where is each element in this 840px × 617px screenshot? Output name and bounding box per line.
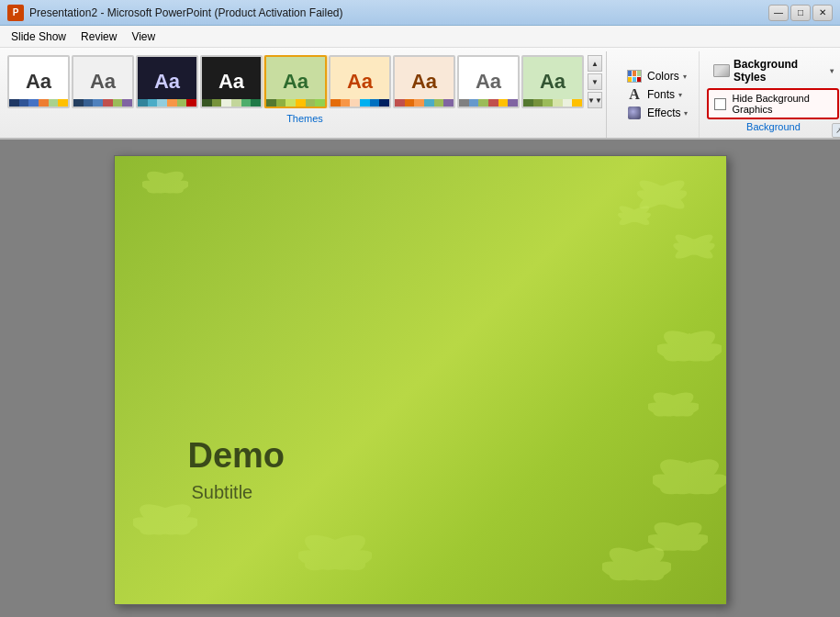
background-styles-label: Background Styles [734, 58, 826, 84]
butterfly-6 [653, 450, 726, 509]
theme-thumb-2[interactable]: Aa [72, 55, 134, 108]
colors-icon [625, 69, 644, 84]
main-content: Demo Subtitle [0, 140, 840, 617]
theme-thumb-8[interactable]: Aa [457, 55, 520, 108]
menu-bar: Slide Show Review View [0, 26, 840, 48]
theme-label-1: Aa [26, 70, 51, 94]
theme-thumb-6[interactable]: Aa [329, 55, 391, 108]
themes-gallery: Aa Aa [7, 51, 602, 110]
maximize-button[interactable]: □ [790, 5, 811, 21]
fonts-label: Fonts [647, 88, 675, 101]
theme-label-5: Aa [283, 70, 308, 94]
svg-rect-9 [693, 239, 695, 254]
svg-rect-18 [688, 333, 689, 357]
minimize-button[interactable]: — [768, 5, 789, 21]
svg-rect-27 [688, 462, 690, 488]
theme-label-6: Aa [347, 70, 373, 94]
effects-label: Effects [647, 107, 680, 119]
slide-title: Demo [188, 436, 286, 476]
colors-button[interactable]: Colors ▾ [622, 67, 691, 85]
background-expand-button[interactable]: ↗ [832, 123, 840, 138]
right-ribbon: Colors ▾ A Fonts ▾ Effects ▾ [606, 51, 840, 138]
theme-label-2: Aa [90, 70, 116, 94]
theme-label-4: Aa [218, 70, 244, 94]
effects-chevron-icon: ▾ [684, 109, 688, 118]
hide-background-graphics-button[interactable]: Hide Background Graphics [707, 88, 839, 119]
theme-thumb-7[interactable]: Aa [393, 55, 455, 108]
colors-chevron-icon: ▾ [683, 73, 687, 81]
theme-thumb-4[interactable]: Aa [200, 55, 263, 108]
effects-icon [625, 106, 644, 120]
butterfly-11 [602, 538, 671, 595]
butterfly-8 [133, 495, 197, 549]
menu-slideshow[interactable]: Slide Show [4, 28, 73, 45]
hide-bg-checkbox[interactable] [714, 98, 726, 110]
theme-thumb-9[interactable]: Aa [521, 55, 584, 108]
design-options-group: Colors ▾ A Fonts ▾ Effects ▾ [614, 51, 700, 138]
title-bar: P Presentation2 - Microsoft PowerPoint (… [0, 0, 840, 26]
fonts-icon: A [625, 87, 644, 102]
fonts-chevron-icon: ▾ [678, 91, 682, 99]
theme-thumb-1[interactable]: Aa [7, 55, 70, 108]
butterfly-5 [648, 386, 699, 428]
theme-thumb-5[interactable]: Aa [264, 55, 327, 108]
effects-button[interactable]: Effects ▾ [622, 104, 691, 122]
butterfly-9 [142, 165, 188, 204]
scroll-more-button[interactable]: ▼▼ [588, 92, 602, 108]
butterfly-3 [616, 202, 653, 233]
background-styles-chevron-icon: ▾ [830, 67, 834, 75]
slide-subtitle: Subtitle [192, 482, 253, 503]
hide-background-graphics-label: Hide Background Graphics [732, 93, 832, 115]
background-styles-icon [712, 63, 730, 78]
themes-section: Aa Aa [7, 51, 602, 138]
close-button[interactable]: ✕ [812, 5, 833, 21]
theme-thumbnails: Aa Aa [7, 55, 584, 108]
menu-view[interactable]: View [124, 28, 162, 45]
svg-rect-4 [661, 185, 663, 204]
background-styles-button[interactable]: Background Styles ▾ [707, 55, 839, 86]
menu-review[interactable]: Review [73, 28, 124, 45]
theme-label-8: Aa [476, 70, 501, 94]
slide[interactable]: Demo Subtitle [114, 155, 727, 605]
scroll-up-button[interactable]: ▲ [588, 55, 602, 72]
background-group: Background Styles ▾ Hide Background Grap… [700, 51, 840, 138]
colors-label: Colors [647, 70, 679, 83]
themes-label: Themes [7, 110, 602, 126]
window-title: Presentation2 - Microsoft PowerPoint (Pr… [29, 6, 342, 19]
ribbon: Aa Aa [0, 48, 840, 140]
theme-label-7: Aa [411, 70, 437, 94]
app-icon: P [7, 5, 24, 21]
butterfly-2 [671, 230, 717, 268]
butterfly-10 [298, 527, 372, 586]
background-group-label: Background [707, 119, 839, 134]
theme-thumb-3[interactable]: Aa [136, 55, 198, 108]
theme-label-9: Aa [540, 70, 566, 94]
gallery-scroll[interactable]: ▲ ▼ ▼▼ [588, 55, 602, 108]
scroll-down-button[interactable]: ▼ [588, 73, 602, 90]
fonts-button[interactable]: A Fonts ▾ [622, 85, 691, 104]
window-controls[interactable]: — □ ✕ [768, 5, 833, 21]
theme-label-3: Aa [154, 70, 180, 94]
butterfly-4 [657, 321, 722, 376]
